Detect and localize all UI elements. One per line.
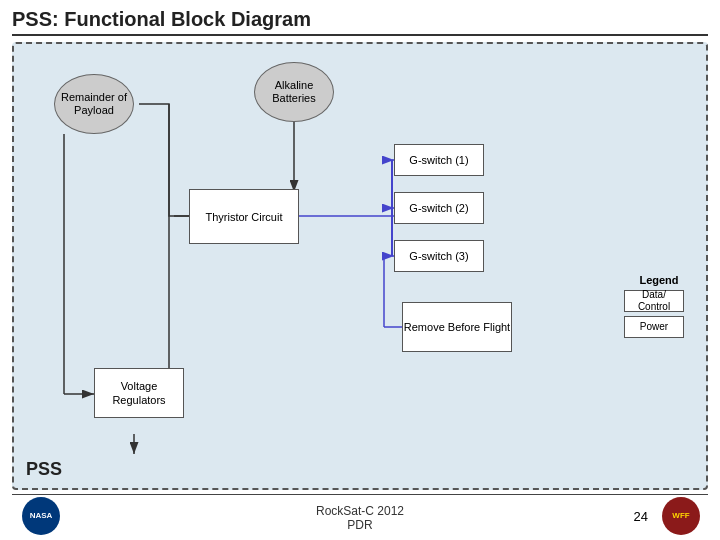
gswitch-1-box: G-switch (1) [394, 144, 484, 176]
main-area: Alkaline Batteries Remainder of Payload … [12, 42, 708, 494]
thyristor-circuit-box: Thyristor Circuit [189, 189, 299, 244]
remove-before-flight-box: Remove Before Flight [402, 302, 512, 352]
page: PSS: Functional Block Diagram [0, 0, 720, 540]
footer: NASA RockSat-C 2012 PDR 24 WFF [12, 494, 708, 536]
legend-data-control: Data/ Control [624, 290, 684, 312]
gswitch-2-box: G-switch (2) [394, 192, 484, 224]
legend-area: Legend Data/ Control Power [624, 274, 694, 342]
gswitch-3-box: G-switch (3) [394, 240, 484, 272]
footer-page-number: 24 [634, 508, 648, 523]
legend-title: Legend [624, 274, 694, 286]
page-title: PSS: Functional Block Diagram [12, 8, 708, 36]
pss-label: PSS [26, 459, 62, 480]
nasa-logo: NASA [22, 497, 60, 535]
footer-main-text: RockSat-C 2012 [316, 504, 404, 518]
diagram-container: Alkaline Batteries Remainder of Payload … [12, 42, 708, 490]
alkaline-batteries-node: Alkaline Batteries [254, 62, 334, 122]
remainder-of-payload-node: Remainder of Payload [54, 74, 134, 134]
legend-power: Power [624, 316, 684, 338]
footer-center: RockSat-C 2012 PDR [316, 504, 404, 532]
voltage-regulators-box: Voltage Regulators [94, 368, 184, 418]
wff-logo: WFF [662, 497, 700, 535]
footer-sub-text: PDR [316, 518, 404, 532]
